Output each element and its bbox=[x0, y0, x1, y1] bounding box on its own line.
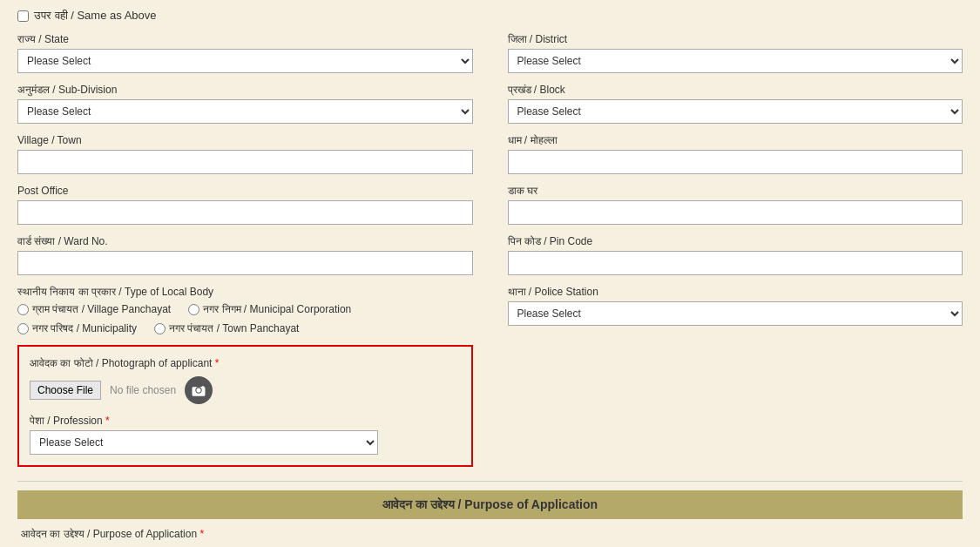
radio-municipality-input[interactable] bbox=[17, 323, 29, 334]
radio-municipality[interactable]: नगर परिषद / Municipality bbox=[17, 322, 137, 334]
state-label: राज्य / State bbox=[17, 33, 473, 45]
same-as-above-checkbox[interactable] bbox=[17, 10, 29, 22]
local-body-section: स्थानीय निकाय का प्रकार / Type of Local … bbox=[17, 286, 473, 334]
mohalla-field: धाम / मोहल्ला bbox=[508, 134, 963, 174]
radio-town-panchayat-label: नगर पंचायत / Town Panchayat bbox=[169, 322, 299, 334]
local-body-radio-group: ग्राम पंचायत / Village Panchayat नगर निग… bbox=[17, 303, 473, 334]
block-label: प्रखंड / Block bbox=[508, 84, 963, 96]
subdivision-select[interactable]: Please Select bbox=[17, 99, 473, 124]
camera-icon[interactable] bbox=[185, 376, 213, 404]
dak-ghar-label: डाक घर bbox=[508, 185, 963, 197]
radio-municipal-corporation[interactable]: नगर निगम / Municipal Corporation bbox=[188, 303, 351, 315]
photo-upload-row: Choose File No file chosen bbox=[30, 376, 461, 404]
state-field: राज्य / State Please Select bbox=[17, 33, 473, 73]
same-as-above-row: उपर वही / Same as Above bbox=[17, 9, 963, 23]
photo-label: आवेदक का फोटो / Photograph of applicant … bbox=[30, 357, 461, 369]
right-column: जिला / District Please Select प्रखंड / B… bbox=[508, 33, 963, 477]
section-divider bbox=[17, 481, 963, 482]
block-select[interactable]: Please Select bbox=[508, 99, 963, 124]
mohalla-input[interactable] bbox=[508, 150, 963, 174]
pin-code-input[interactable] bbox=[508, 251, 963, 275]
district-label: जिला / District bbox=[508, 33, 963, 45]
radio-municipality-label: नगर परिषद / Municipality bbox=[32, 322, 137, 334]
profession-select[interactable]: Please Select bbox=[30, 430, 378, 455]
profession-label: पेशा / Profession * bbox=[30, 415, 461, 427]
post-office-input[interactable] bbox=[17, 200, 473, 225]
ward-input[interactable] bbox=[17, 251, 473, 275]
ward-field: वार्ड संख्या / Ward No. bbox=[17, 235, 473, 275]
block-field: प्रखंड / Block Please Select bbox=[508, 84, 963, 124]
subdivision-field: अनुमंडल / Sub-Division Please Select bbox=[17, 84, 473, 124]
village-field: Village / Town bbox=[17, 134, 473, 174]
choose-file-button[interactable]: Choose File bbox=[30, 381, 101, 400]
left-column: राज्य / State Please Select अनुमंडल / Su… bbox=[17, 33, 473, 477]
radio-village-panchayat-label: ग्राम पंचायत / Village Panchayat bbox=[32, 303, 171, 315]
highlighted-box: आवेदक का फोटो / Photograph of applicant … bbox=[17, 345, 473, 467]
radio-municipal-corporation-input[interactable] bbox=[188, 304, 199, 315]
mohalla-label: धाम / मोहल्ला bbox=[508, 134, 963, 146]
radio-village-panchayat-input[interactable] bbox=[17, 304, 29, 315]
ward-label: वार्ड संख्या / Ward No. bbox=[17, 235, 473, 247]
page-container: उपर वही / Same as Above राज्य / State Pl… bbox=[0, 0, 980, 547]
local-body-label: स्थानीय निकाय का प्रकार / Type of Local … bbox=[17, 286, 473, 298]
pin-code-field: पिन कोड / Pin Code bbox=[508, 235, 963, 275]
police-station-field: थाना / Police Station Please Select bbox=[508, 286, 963, 326]
village-label: Village / Town bbox=[17, 134, 473, 146]
radio-town-panchayat[interactable]: नगर पंचायत / Town Panchayat bbox=[154, 322, 299, 334]
dak-ghar-field: डाक घर bbox=[508, 185, 963, 225]
police-station-select[interactable]: Please Select bbox=[508, 301, 963, 326]
no-file-text: No file chosen bbox=[110, 384, 176, 396]
purpose-required-star: * bbox=[199, 528, 204, 540]
district-field: जिला / District Please Select bbox=[508, 33, 963, 73]
same-as-above-label: उपर वही / Same as Above bbox=[34, 9, 157, 23]
purpose-label: आवेदन का उद्देश्य / Purpose of Applicati… bbox=[21, 528, 959, 540]
photo-section: आवेदक का फोटो / Photograph of applicant … bbox=[30, 357, 461, 404]
address-form-grid: राज्य / State Please Select अनुमंडल / Su… bbox=[17, 33, 963, 477]
district-select[interactable]: Please Select bbox=[508, 49, 963, 73]
subdivision-label: अनुमंडल / Sub-Division bbox=[17, 84, 473, 96]
photo-required-star: * bbox=[215, 357, 220, 369]
post-office-label: Post Office bbox=[17, 185, 473, 197]
purpose-section: आवेदन का उद्देश्य / Purpose of Applicati… bbox=[17, 528, 963, 547]
radio-village-panchayat[interactable]: ग्राम पंचायत / Village Panchayat bbox=[17, 303, 171, 315]
pin-code-label: पिन कोड / Pin Code bbox=[508, 235, 963, 247]
dak-ghar-input[interactable] bbox=[508, 200, 963, 225]
profession-required-star: * bbox=[105, 415, 110, 427]
radio-municipal-corporation-label: नगर निगम / Municipal Corporation bbox=[203, 303, 351, 315]
state-select[interactable]: Please Select bbox=[17, 49, 473, 73]
radio-town-panchayat-input[interactable] bbox=[154, 323, 166, 334]
post-office-field: Post Office bbox=[17, 185, 473, 225]
village-input[interactable] bbox=[17, 150, 473, 174]
profession-section: पेशा / Profession * Please Select bbox=[30, 415, 461, 455]
purpose-section-header: आवेदन का उद्देश्य / Purpose of Applicati… bbox=[17, 490, 963, 519]
police-station-label: थाना / Police Station bbox=[508, 286, 963, 298]
